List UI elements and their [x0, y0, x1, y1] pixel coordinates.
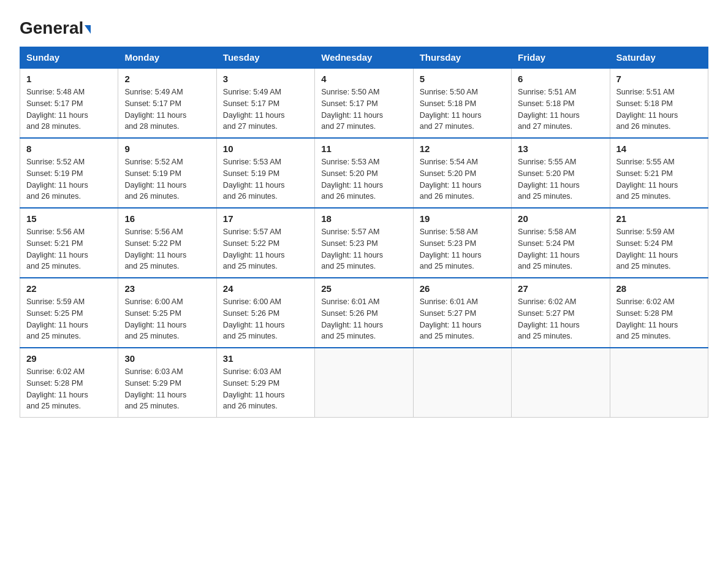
day-number: 3	[223, 74, 308, 84]
day-info: Sunrise: 5:58 AMSunset: 5:23 PMDaylight:…	[420, 226, 505, 272]
day-number: 20	[518, 213, 603, 224]
day-info: Sunrise: 5:57 AMSunset: 5:22 PMDaylight:…	[223, 226, 308, 272]
calendar-cell: 21Sunrise: 5:59 AMSunset: 5:24 PMDayligh…	[610, 208, 708, 278]
calendar-cell: 2Sunrise: 5:49 AMSunset: 5:17 PMDaylight…	[118, 68, 216, 138]
calendar-week-row: 22Sunrise: 5:59 AMSunset: 5:25 PMDayligh…	[20, 278, 708, 348]
calendar-cell	[610, 348, 708, 418]
calendar-cell: 14Sunrise: 5:55 AMSunset: 5:21 PMDayligh…	[610, 138, 708, 208]
weekday-header-sunday: Sunday	[20, 47, 118, 69]
day-info: Sunrise: 5:52 AMSunset: 5:19 PMDaylight:…	[26, 156, 112, 202]
calendar-cell: 9Sunrise: 5:52 AMSunset: 5:19 PMDaylight…	[118, 138, 216, 208]
calendar-cell	[315, 348, 413, 418]
weekday-header-thursday: Thursday	[413, 47, 511, 69]
calendar-cell: 27Sunrise: 6:02 AMSunset: 5:27 PMDayligh…	[512, 278, 610, 348]
calendar-cell: 16Sunrise: 5:56 AMSunset: 5:22 PMDayligh…	[118, 208, 216, 278]
day-info: Sunrise: 6:03 AMSunset: 5:29 PMDaylight:…	[124, 366, 210, 412]
calendar-cell: 6Sunrise: 5:51 AMSunset: 5:18 PMDaylight…	[512, 68, 610, 138]
day-number: 27	[518, 283, 603, 294]
day-info: Sunrise: 5:57 AMSunset: 5:23 PMDaylight:…	[321, 226, 406, 272]
logo-triangle-icon	[85, 25, 91, 34]
calendar-cell: 20Sunrise: 5:58 AMSunset: 5:24 PMDayligh…	[512, 208, 610, 278]
day-info: Sunrise: 5:49 AMSunset: 5:17 PMDaylight:…	[124, 86, 210, 132]
weekday-header-tuesday: Tuesday	[216, 47, 314, 69]
calendar-cell: 19Sunrise: 5:58 AMSunset: 5:23 PMDayligh…	[413, 208, 511, 278]
day-info: Sunrise: 5:53 AMSunset: 5:19 PMDaylight:…	[223, 156, 308, 202]
day-info: Sunrise: 5:50 AMSunset: 5:17 PMDaylight:…	[321, 86, 406, 132]
logo-general: General	[20, 20, 91, 37]
weekday-header-monday: Monday	[118, 47, 216, 69]
day-number: 23	[124, 283, 210, 294]
day-number: 24	[223, 283, 308, 294]
calendar-cell: 12Sunrise: 5:54 AMSunset: 5:20 PMDayligh…	[413, 138, 511, 208]
calendar-cell: 28Sunrise: 6:02 AMSunset: 5:28 PMDayligh…	[610, 278, 708, 348]
weekday-header-friday: Friday	[512, 47, 610, 69]
day-info: Sunrise: 5:59 AMSunset: 5:24 PMDaylight:…	[616, 226, 702, 272]
day-info: Sunrise: 5:52 AMSunset: 5:19 PMDaylight:…	[124, 156, 210, 202]
page-header: General	[20, 15, 708, 36]
calendar-week-row: 1Sunrise: 5:48 AMSunset: 5:17 PMDaylight…	[20, 68, 708, 138]
calendar-week-row: 15Sunrise: 5:56 AMSunset: 5:21 PMDayligh…	[20, 208, 708, 278]
day-info: Sunrise: 5:58 AMSunset: 5:24 PMDaylight:…	[518, 226, 603, 272]
day-number: 8	[26, 144, 112, 154]
day-number: 19	[420, 213, 505, 224]
day-number: 10	[223, 144, 308, 154]
day-info: Sunrise: 6:00 AMSunset: 5:25 PMDaylight:…	[124, 296, 210, 342]
day-info: Sunrise: 5:56 AMSunset: 5:22 PMDaylight:…	[124, 226, 210, 272]
day-info: Sunrise: 6:02 AMSunset: 5:27 PMDaylight:…	[518, 296, 603, 342]
weekday-header-saturday: Saturday	[610, 47, 708, 69]
weekday-header-wednesday: Wednesday	[315, 47, 413, 69]
day-info: Sunrise: 6:00 AMSunset: 5:26 PMDaylight:…	[223, 296, 308, 342]
day-info: Sunrise: 5:55 AMSunset: 5:21 PMDaylight:…	[616, 156, 702, 202]
day-info: Sunrise: 6:02 AMSunset: 5:28 PMDaylight:…	[26, 366, 112, 412]
day-number: 1	[26, 74, 112, 84]
day-info: Sunrise: 5:56 AMSunset: 5:21 PMDaylight:…	[26, 226, 112, 272]
calendar-cell: 5Sunrise: 5:50 AMSunset: 5:18 PMDaylight…	[413, 68, 511, 138]
day-number: 22	[26, 283, 112, 294]
calendar-cell: 26Sunrise: 6:01 AMSunset: 5:27 PMDayligh…	[413, 278, 511, 348]
day-number: 5	[420, 74, 505, 84]
calendar-week-row: 29Sunrise: 6:02 AMSunset: 5:28 PMDayligh…	[20, 348, 708, 418]
day-info: Sunrise: 5:51 AMSunset: 5:18 PMDaylight:…	[518, 86, 603, 132]
calendar-cell: 18Sunrise: 5:57 AMSunset: 5:23 PMDayligh…	[315, 208, 413, 278]
day-number: 29	[26, 353, 112, 364]
day-info: Sunrise: 5:51 AMSunset: 5:18 PMDaylight:…	[616, 86, 702, 132]
day-info: Sunrise: 5:48 AMSunset: 5:17 PMDaylight:…	[26, 86, 112, 132]
calendar-cell: 25Sunrise: 6:01 AMSunset: 5:26 PMDayligh…	[315, 278, 413, 348]
calendar-cell: 3Sunrise: 5:49 AMSunset: 5:17 PMDaylight…	[216, 68, 314, 138]
day-number: 14	[616, 144, 702, 154]
day-number: 18	[321, 213, 406, 224]
day-info: Sunrise: 6:01 AMSunset: 5:27 PMDaylight:…	[420, 296, 505, 342]
calendar-table: SundayMondayTuesdayWednesdayThursdayFrid…	[20, 47, 708, 418]
day-info: Sunrise: 5:49 AMSunset: 5:17 PMDaylight:…	[223, 86, 308, 132]
calendar-cell: 15Sunrise: 5:56 AMSunset: 5:21 PMDayligh…	[20, 208, 118, 278]
logo: General	[20, 20, 91, 36]
calendar-cell: 11Sunrise: 5:53 AMSunset: 5:20 PMDayligh…	[315, 138, 413, 208]
calendar-cell: 1Sunrise: 5:48 AMSunset: 5:17 PMDaylight…	[20, 68, 118, 138]
day-number: 21	[616, 213, 702, 224]
weekday-header-row: SundayMondayTuesdayWednesdayThursdayFrid…	[20, 47, 708, 69]
calendar-cell: 8Sunrise: 5:52 AMSunset: 5:19 PMDaylight…	[20, 138, 118, 208]
day-number: 28	[616, 283, 702, 294]
calendar-cell: 7Sunrise: 5:51 AMSunset: 5:18 PMDaylight…	[610, 68, 708, 138]
calendar-cell	[413, 348, 511, 418]
calendar-cell: 24Sunrise: 6:00 AMSunset: 5:26 PMDayligh…	[216, 278, 314, 348]
day-number: 30	[124, 353, 210, 364]
day-number: 12	[420, 144, 505, 154]
day-number: 11	[321, 144, 406, 154]
day-number: 6	[518, 74, 603, 84]
day-info: Sunrise: 5:53 AMSunset: 5:20 PMDaylight:…	[321, 156, 406, 202]
calendar-cell: 31Sunrise: 6:03 AMSunset: 5:29 PMDayligh…	[216, 348, 314, 418]
calendar-cell: 22Sunrise: 5:59 AMSunset: 5:25 PMDayligh…	[20, 278, 118, 348]
day-info: Sunrise: 5:54 AMSunset: 5:20 PMDaylight:…	[420, 156, 505, 202]
day-number: 31	[223, 353, 308, 364]
day-number: 17	[223, 213, 308, 224]
day-info: Sunrise: 6:02 AMSunset: 5:28 PMDaylight:…	[616, 296, 702, 342]
day-info: Sunrise: 5:55 AMSunset: 5:20 PMDaylight:…	[518, 156, 603, 202]
day-number: 7	[616, 74, 702, 84]
day-info: Sunrise: 6:01 AMSunset: 5:26 PMDaylight:…	[321, 296, 406, 342]
calendar-cell: 10Sunrise: 5:53 AMSunset: 5:19 PMDayligh…	[216, 138, 314, 208]
day-number: 16	[124, 213, 210, 224]
day-number: 25	[321, 283, 406, 294]
day-number: 13	[518, 144, 603, 154]
calendar-week-row: 8Sunrise: 5:52 AMSunset: 5:19 PMDaylight…	[20, 138, 708, 208]
